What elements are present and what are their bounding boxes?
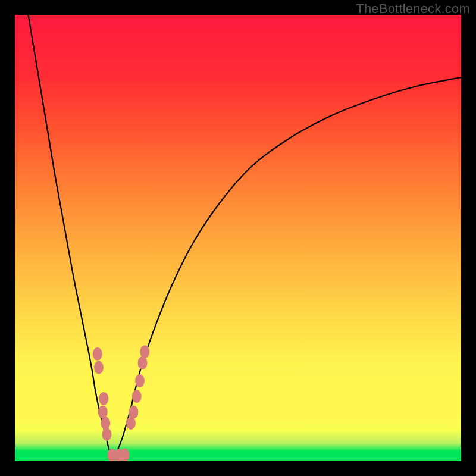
marker-point <box>98 406 108 419</box>
marker-point <box>135 374 145 387</box>
marker-point <box>102 428 112 441</box>
outer-frame: TheBottleneck.com <box>0 0 476 476</box>
plot-area <box>15 15 461 461</box>
marker-point <box>99 392 108 405</box>
marker-point <box>120 449 130 462</box>
marker-point <box>126 416 136 430</box>
marker-point <box>129 406 139 419</box>
marker-point <box>93 347 102 361</box>
marker-point <box>94 361 104 374</box>
marker-point <box>140 345 149 358</box>
marker-point <box>132 390 142 403</box>
marker-point <box>138 356 148 369</box>
curve-layer <box>15 15 461 461</box>
watermark-text: TheBottleneck.com <box>356 1 470 17</box>
marker-point <box>101 416 110 430</box>
marker-group <box>93 345 150 461</box>
curve-right-arm <box>113 77 461 461</box>
